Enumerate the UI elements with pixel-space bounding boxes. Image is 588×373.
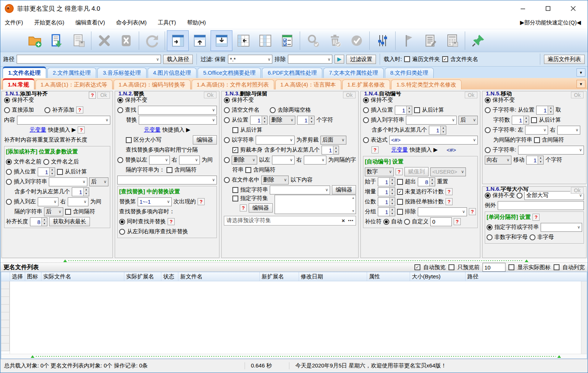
panel-bottom-layout-button[interactable] <box>211 30 232 51</box>
between-radio[interactable] <box>224 157 230 163</box>
from-end-checkbox[interactable] <box>57 169 63 175</box>
spin-up-icon[interactable]: ▲ <box>333 146 339 150</box>
spin-up-icon[interactable]: ▲ <box>50 168 55 172</box>
simultaneous-radio[interactable] <box>119 219 125 225</box>
spin-down-icon[interactable]: ▼ <box>390 212 395 216</box>
number-type-combo[interactable]: 数字∨ <box>365 167 394 176</box>
filter-sliders-button[interactable] <box>372 30 393 51</box>
case-mode-radio[interactable] <box>517 193 523 199</box>
help-button[interactable]: ? <box>446 198 453 205</box>
splitter-collapse-icon[interactable] <box>63 260 67 262</box>
col-path[interactable]: 路径 <box>466 272 587 281</box>
minimize-button[interactable] <box>519 4 527 13</box>
spec-char-combo[interactable]: ∨ <box>541 223 582 232</box>
spin-down-icon[interactable]: ▼ <box>262 120 267 124</box>
pos-spinner[interactable]: 1▲▼ <box>250 116 268 125</box>
multi-index-spinner[interactable]: 1▲▼ <box>72 187 89 196</box>
tab-image-info[interactable]: 4.图片信息处理 <box>148 68 197 78</box>
tab-file-classify[interactable]: 8.文件归类处理 <box>385 68 434 78</box>
apply-filter-play-button[interactable]: ▶ <box>335 55 344 64</box>
spin-up-icon[interactable]: ▲ <box>524 116 529 121</box>
spin-up-icon[interactable]: ▲ <box>262 116 267 121</box>
col-modified-date[interactable]: 修改日期 <box>299 272 367 281</box>
spin-up-icon[interactable]: ▲ <box>42 218 47 222</box>
help-button[interactable]: ? <box>89 92 96 99</box>
add-folder-button[interactable] <box>24 30 46 51</box>
tab-music-tag[interactable]: 3.音乐标签处理 <box>97 68 147 78</box>
find-radio[interactable] <box>117 107 123 113</box>
user-var-combo[interactable]: <USER0>∨ <box>430 167 466 176</box>
keep-radio[interactable] <box>363 97 369 103</box>
filter-settings-button[interactable]: 过滤设置 <box>346 55 376 64</box>
assign-to-button[interactable]: 赋值到 <box>404 167 429 176</box>
overflow-checkbox[interactable] <box>397 179 403 185</box>
spin-up-icon[interactable]: ▲ <box>407 106 412 111</box>
digits-spinner[interactable]: 1▲▼ <box>378 197 395 206</box>
spec-string-combo[interactable]: ∨ <box>270 186 330 194</box>
exclude-combo[interactable]: ∨ <box>418 207 467 216</box>
splitter-collapse-icon[interactable] <box>525 260 528 262</box>
col-icon[interactable]: 图标 <box>25 272 41 281</box>
left-sep-combo[interactable]: ∨ <box>272 156 295 165</box>
exclude-checkbox[interactable] <box>397 209 403 215</box>
preview-first-checkbox[interactable] <box>448 264 454 270</box>
from-end-checkbox[interactable] <box>414 107 420 113</box>
non-alnum-radio[interactable] <box>487 234 493 240</box>
subtab-advanced-regex[interactable]: 1.A.高级(1)：正则表达式等 <box>36 79 112 89</box>
custom-pad-input[interactable]: 0 <box>430 217 452 226</box>
spin-up-icon[interactable]: ▲ <box>390 188 395 192</box>
col-size[interactable]: 大小(Bytes) <box>410 272 466 281</box>
insert-to-string-radio[interactable] <box>6 179 12 185</box>
spin-up-icon[interactable]: ▲ <box>430 178 435 182</box>
charset-editor-button[interactable]: 编辑器 <box>249 203 273 213</box>
content-combo[interactable]: ∨ <box>17 116 110 125</box>
spin-down-icon[interactable]: ▼ <box>50 172 55 176</box>
cut-side-combo[interactable]: 后面∨ <box>320 136 346 145</box>
before-name-radio[interactable] <box>6 159 12 165</box>
substring-custom-radio[interactable] <box>485 147 491 153</box>
in-name-action-combo[interactable]: 删除∨ <box>261 176 289 184</box>
panel-top-layout-button[interactable] <box>189 30 211 51</box>
spin-up-icon[interactable]: ▲ <box>309 116 314 121</box>
keep-radio[interactable] <box>117 97 123 103</box>
from-end-checkbox[interactable] <box>232 127 238 133</box>
spin-down-icon[interactable]: ▼ <box>84 192 89 196</box>
editor-button[interactable]: 编辑器 <box>193 135 217 145</box>
help-button[interactable]: ? <box>198 198 205 205</box>
find-combo[interactable]: ∨ <box>138 106 217 115</box>
expression-radio[interactable] <box>363 137 369 143</box>
include-sep-checkbox[interactable] <box>534 137 540 143</box>
auto-column-width-checkbox[interactable] <box>554 264 560 270</box>
pin-button[interactable] <box>467 30 489 51</box>
insert-string-combo[interactable]: ∨ <box>406 116 457 125</box>
col-new-ext[interactable]: 新扩展名 <box>260 272 299 281</box>
exception-input[interactable] <box>498 201 584 210</box>
substring-combo[interactable]: ∨ <box>518 146 584 155</box>
replace-combo[interactable]: ∨ <box>139 116 217 125</box>
meta-variable-link[interactable]: 元变量 <box>391 146 408 153</box>
sub-tabs-more-button[interactable]: ▼ <box>577 80 585 88</box>
splitter-collapse-icon[interactable] <box>31 355 34 358</box>
search-confirm-button[interactable] <box>302 30 324 51</box>
vertical-scrollbar[interactable] <box>581 281 587 354</box>
in-name-radio[interactable] <box>224 177 230 183</box>
bottom-splitter[interactable] <box>1 354 587 359</box>
menu-file[interactable]: 文件(F) <box>5 19 23 26</box>
chevron-up-icon[interactable]: ▲ <box>352 196 355 200</box>
chevron-down-icon[interactable]: ▼ <box>352 209 355 213</box>
clear-icon[interactable]: × <box>342 217 345 224</box>
ok-button[interactable]: Ok <box>204 92 216 98</box>
help-button[interactable]: ? <box>372 146 379 153</box>
calculator-button[interactable] <box>441 30 463 51</box>
col-attributes[interactable]: 属性 <box>367 272 410 281</box>
checklist-button[interactable] <box>276 30 298 51</box>
get-longest-button[interactable]: 获取列表最长 <box>49 217 90 226</box>
between-action-combo[interactable]: 删除∨ <box>232 156 257 165</box>
preview-count-input[interactable]: 10 <box>483 263 505 272</box>
editor-button[interactable]: 编辑器 <box>332 185 356 194</box>
new-list-button[interactable] <box>2 30 24 51</box>
filter-exclude-combo[interactable]: ∨ <box>288 55 332 64</box>
trim-space-radio[interactable] <box>270 107 276 113</box>
spin-down-icon[interactable]: ▼ <box>430 182 435 186</box>
by-string-radio[interactable] <box>224 137 230 143</box>
